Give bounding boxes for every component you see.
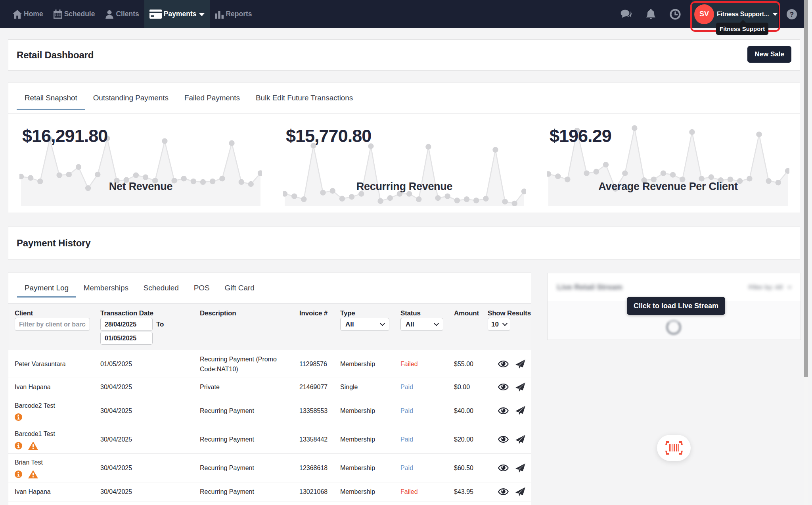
retail-snapshot-card: Retail SnapshotOutstanding PaymentsFaile… xyxy=(8,82,800,213)
barcode-scan-button[interactable] xyxy=(657,435,691,461)
send-receipt-button[interactable] xyxy=(515,359,525,369)
tab-scheduled[interactable]: Scheduled xyxy=(136,273,186,303)
tab-outstanding-payments[interactable]: Outstanding Payments xyxy=(85,83,176,113)
new-sale-button[interactable]: New Sale xyxy=(747,46,791,63)
sparkline-net-revenue: $16,291.80Net Revenue xyxy=(19,114,262,213)
client-filter-input[interactable] xyxy=(15,318,90,331)
scrollbar-thumb[interactable] xyxy=(804,0,808,377)
send-plane-icon xyxy=(515,406,525,415)
payment-log-tabs: Payment LogMembershipsScheduledPOSGift C… xyxy=(8,273,531,303)
tab-memberships[interactable]: Memberships xyxy=(76,273,136,303)
cell-date: 30/04/2025 xyxy=(100,382,200,392)
chat-icon[interactable] xyxy=(620,0,632,28)
nav-item-label: Reports xyxy=(226,10,252,18)
dashboard-header-card: Retail Dashboard New Sale xyxy=(8,39,800,71)
cell-description: Recurring Payment xyxy=(200,463,296,473)
payment-log-card: Payment LogMembershipsScheduledPOSGift C… xyxy=(8,272,531,505)
client-name: Brian Test xyxy=(15,457,100,467)
nav-item-label: Clients xyxy=(116,10,139,18)
to-label: To xyxy=(156,321,164,328)
cell-actions xyxy=(488,406,531,415)
nav-item-reports[interactable]: Reports xyxy=(210,0,257,28)
tab-retail-snapshot[interactable]: Retail Snapshot xyxy=(17,83,85,113)
nav-item-home[interactable]: Home xyxy=(8,0,48,28)
payment-table-body: Peter Varasuntara01/05/2025Recurring Pay… xyxy=(8,350,531,501)
view-payment-button[interactable] xyxy=(498,488,509,495)
loading-spinner-icon xyxy=(666,319,682,335)
filter-status: Status All xyxy=(400,303,454,345)
send-receipt-button[interactable] xyxy=(515,435,525,444)
tab-bulk-edit-future-transactions[interactable]: Bulk Edit Future Transactions xyxy=(248,83,361,113)
view-payment-button[interactable] xyxy=(498,361,509,367)
view-payment-button[interactable] xyxy=(498,384,509,390)
barcode-icon xyxy=(665,441,683,455)
help-icon[interactable]: ? xyxy=(786,0,797,28)
history-clock-icon[interactable] xyxy=(670,0,681,28)
sparkline-charts: $16,291.80Net Revenue$15,770.80Recurring… xyxy=(8,114,800,213)
nav-item-label: Home xyxy=(24,10,43,18)
tab-pos[interactable]: POS xyxy=(186,273,217,303)
client-name: Ivan Hapana xyxy=(15,487,100,497)
date-to-input[interactable] xyxy=(100,332,153,345)
warning-icon[interactable] xyxy=(28,470,38,478)
type-select[interactable]: All xyxy=(340,318,389,331)
tab-payment-log[interactable]: Payment Log xyxy=(17,273,76,303)
cell-amount: $20.00 xyxy=(454,434,488,444)
cell-amount: $60.50 xyxy=(454,463,488,473)
tab-failed-payments[interactable]: Failed Payments xyxy=(176,83,248,113)
send-plane-icon xyxy=(515,359,525,369)
chevron-down-icon xyxy=(502,321,508,326)
filter-show-results: Show Results 10 xyxy=(488,303,531,345)
status-badge: Failed xyxy=(400,359,454,369)
filter-description: Description xyxy=(200,303,299,345)
load-live-stream-button[interactable]: Click to load Live Stream xyxy=(627,297,725,315)
cell-invoice: 13358553 xyxy=(299,406,340,416)
tab-gift-card[interactable]: Gift Card xyxy=(217,273,262,303)
type-column-header: Type xyxy=(340,308,400,319)
cell-type: Membership xyxy=(340,359,400,369)
payment-history-card: Payment History xyxy=(8,226,800,260)
send-receipt-button[interactable] xyxy=(515,463,525,473)
cell-actions xyxy=(488,435,531,444)
nav-item-payments[interactable]: Payments xyxy=(144,0,210,28)
cell-date: 01/05/2025 xyxy=(100,359,200,369)
info-icon[interactable] xyxy=(15,413,22,421)
show-results-label: Show Results xyxy=(488,308,531,319)
notifications-bell-icon[interactable] xyxy=(645,0,656,28)
caret-down-icon xyxy=(199,13,205,16)
send-receipt-button[interactable] xyxy=(515,487,525,497)
warning-icon[interactable] xyxy=(28,442,38,450)
user-caret-icon xyxy=(772,13,778,16)
live-stream-filter[interactable]: Filter by: All xyxy=(749,284,791,290)
status-badge: Paid xyxy=(400,434,454,444)
cell-type: Single xyxy=(340,382,400,392)
amount-column-header: Amount xyxy=(454,308,488,319)
status-select[interactable]: All xyxy=(400,318,443,331)
cell-type: Membership xyxy=(340,406,400,416)
table-row: Brian Test30/04/2025Recurring Payment123… xyxy=(8,454,531,482)
send-receipt-button[interactable] xyxy=(515,382,525,392)
client-name: Ivan Hapana xyxy=(15,382,100,392)
client-name: Barcode2 Test xyxy=(15,401,100,411)
date-from-input[interactable] xyxy=(100,318,153,331)
send-plane-icon xyxy=(515,487,525,497)
user-tooltip: Fitness Support xyxy=(716,23,768,35)
info-icon[interactable] xyxy=(15,442,22,449)
cell-actions xyxy=(488,359,531,369)
nav-item-clients[interactable]: Clients xyxy=(100,0,144,28)
client-flags xyxy=(15,442,100,450)
chevron-down-icon xyxy=(380,321,385,326)
view-payment-button[interactable] xyxy=(498,407,509,414)
view-payment-button[interactable] xyxy=(498,436,509,443)
show-results-select[interactable]: 10 xyxy=(488,318,510,331)
cell-description: Private xyxy=(200,382,296,392)
info-icon[interactable] xyxy=(15,470,22,478)
cell-client: Barcode1 Test xyxy=(15,429,100,450)
invoice-column-header: Invoice # xyxy=(299,308,340,319)
scrollbar-track[interactable] xyxy=(804,0,808,505)
cell-amount: $43.95 xyxy=(454,487,488,497)
view-payment-button[interactable] xyxy=(498,465,509,471)
table-row: Peter Varasuntara01/05/2025Recurring Pay… xyxy=(8,350,531,378)
nav-item-schedule[interactable]: Schedule xyxy=(48,0,100,28)
send-receipt-button[interactable] xyxy=(515,406,525,415)
